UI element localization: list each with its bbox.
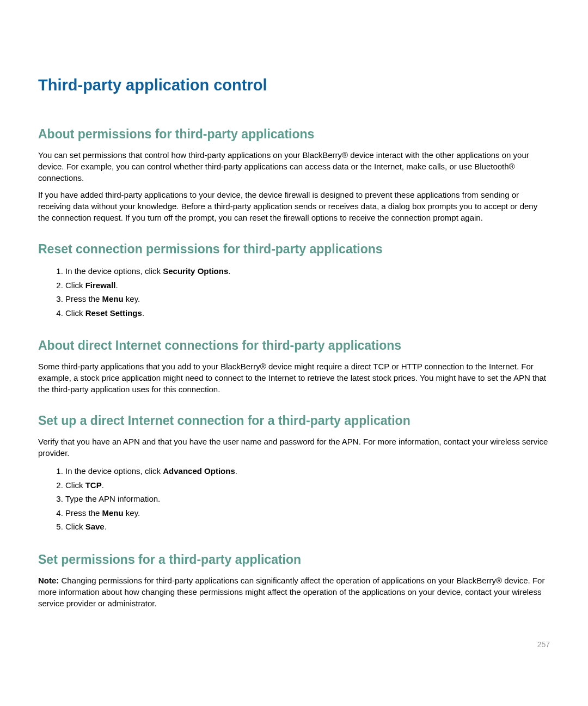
step-item: Press the Menu key. (65, 506, 550, 520)
steps-list: In the device options, click Advanced Op… (65, 464, 550, 534)
step-item: Click TCP. (65, 478, 550, 492)
paragraph: You can set permissions that control how… (38, 149, 550, 184)
paragraph: If you have added third-party applicatio… (38, 189, 550, 223)
heading-setup-direct: Set up a direct Internet connection for … (38, 413, 550, 428)
page-number: 257 (537, 640, 550, 649)
step-item: Click Save. (65, 520, 550, 534)
step-item: Click Reset Settings. (65, 306, 550, 320)
heading-reset-connection: Reset connection permissions for third-p… (38, 242, 550, 257)
step-item: Press the Menu key. (65, 292, 550, 306)
heading-about-direct: About direct Internet connections for th… (38, 338, 550, 353)
step-item: Click Firewall. (65, 278, 550, 293)
heading-about-permissions: About permissions for third-party applic… (38, 127, 550, 142)
paragraph: Some third-party applications that you a… (38, 361, 550, 395)
step-item: In the device options, click Advanced Op… (65, 464, 550, 478)
heading-set-permissions: Set permissions for a third-party applic… (38, 552, 550, 567)
step-item: In the device options, click Security Op… (65, 264, 550, 278)
page-title: Third-party application control (38, 76, 550, 94)
step-item: Type the APN information. (65, 492, 550, 506)
note-paragraph: Note: Changing permissions for third-par… (38, 575, 550, 609)
steps-list: In the device options, click Security Op… (65, 264, 550, 320)
paragraph: Verify that you have an APN and that you… (38, 436, 550, 459)
